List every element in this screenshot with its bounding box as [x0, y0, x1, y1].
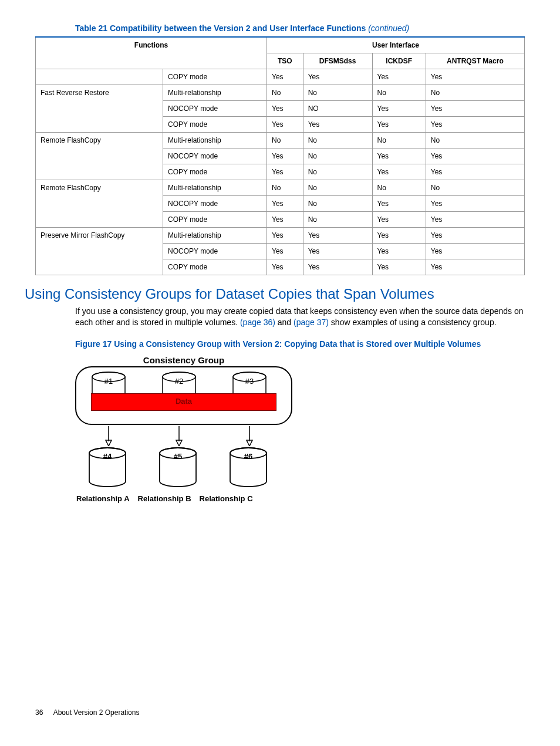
value-cell: No: [303, 196, 372, 212]
table-row: Fast Reverse RestoreMulti-relationshipNo…: [36, 85, 525, 101]
value-cell: Yes: [372, 164, 426, 180]
value-cell: No: [303, 180, 372, 196]
arrow-2: [175, 426, 183, 446]
page-number: 36: [35, 708, 52, 717]
value-cell: Yes: [267, 212, 303, 228]
value-cell: No: [303, 85, 372, 101]
value-cell: Yes: [372, 196, 426, 212]
arrow-1: [104, 426, 113, 446]
para-mid: and: [275, 318, 294, 327]
value-cell: Yes: [372, 117, 426, 133]
mode-cell: NOCOPY mode: [163, 196, 267, 212]
value-cell: Yes: [267, 69, 303, 85]
mode-cell: Multi-relationship: [163, 180, 267, 196]
value-cell: Yes: [426, 164, 524, 180]
value-cell: No: [303, 148, 372, 164]
source-label-1: #1: [91, 377, 126, 386]
value-cell: Yes: [426, 148, 524, 164]
value-cell: Yes: [303, 69, 372, 85]
value-cell: Yes: [267, 228, 303, 244]
value-cell: Yes: [426, 196, 524, 212]
th-user-interface: User Interface: [267, 37, 525, 53]
value-cell: Yes: [372, 244, 426, 259]
value-cell: Yes: [426, 244, 524, 259]
mode-cell: COPY mode: [163, 164, 267, 180]
table-caption: Table 21 Compatibility between the Versi…: [35, 23, 525, 33]
value-cell: Yes: [426, 101, 524, 117]
function-cell: Preserve Mirror FlashCopy: [36, 228, 163, 275]
value-cell: Yes: [303, 259, 372, 275]
value-cell: Yes: [372, 101, 426, 117]
table-caption-continued: (continued): [368, 23, 409, 33]
value-cell: No: [426, 85, 524, 101]
th-col-3: ANTRQST Macro: [426, 53, 524, 69]
arrow-3: [245, 426, 254, 446]
value-cell: No: [303, 164, 372, 180]
table-caption-text: Table 21 Compatibility between the Versi…: [75, 23, 366, 33]
relationship-a: Relationship A: [76, 494, 130, 503]
mode-cell: NOCOPY mode: [163, 244, 267, 259]
figure-caption: Figure 17 Using a Consistency Group with…: [35, 339, 525, 349]
value-cell: Yes: [303, 228, 372, 244]
value-cell: No: [426, 133, 524, 148]
value-cell: Yes: [303, 244, 372, 259]
mode-cell: Multi-relationship: [163, 133, 267, 148]
value-cell: No: [303, 212, 372, 228]
relationships-row: Relationship A Relationship B Relationsh…: [75, 494, 292, 503]
function-cell: Remote FlashCopy: [36, 180, 163, 228]
function-cell: Remote FlashCopy: [36, 133, 163, 180]
table-row: COPY modeYesYesYesYes: [36, 69, 525, 85]
th-col-1: DFSMSdss: [303, 53, 372, 69]
value-cell: Yes: [372, 148, 426, 164]
value-cell: Yes: [426, 69, 524, 85]
source-label-2: #2: [161, 377, 197, 386]
data-band: Data: [91, 393, 276, 411]
table-row: Remote FlashCopyMulti-relationshipNoNoNo…: [36, 180, 525, 196]
value-cell: Yes: [372, 69, 426, 85]
section-heading: Using Consistency Groups for Dataset Cop…: [25, 286, 525, 302]
value-cell: Yes: [303, 117, 372, 133]
mode-cell: NOCOPY mode: [163, 101, 267, 117]
value-cell: Yes: [426, 259, 524, 275]
table-row: Remote FlashCopyMulti-relationshipNoNoNo…: [36, 133, 525, 148]
target-cylinder-3: #6: [229, 447, 268, 488]
mode-cell: NOCOPY mode: [163, 148, 267, 164]
value-cell: Yes: [372, 259, 426, 275]
relationship-c: Relationship C: [200, 494, 253, 503]
compatibility-table: Functions User Interface TSO DFSMSdss IC…: [35, 36, 525, 275]
value-cell: Yes: [426, 212, 524, 228]
para-part2: show examples of using a consistency gro…: [329, 318, 497, 327]
diagram-title: Consistency Group: [75, 355, 292, 365]
function-cell: [36, 69, 163, 85]
consistency-group-diagram: Consistency Group #1 #2 #3 Data: [75, 355, 292, 503]
value-cell: Yes: [267, 244, 303, 259]
link-page-37[interactable]: (page 37): [294, 318, 329, 327]
mode-cell: COPY mode: [163, 259, 267, 275]
value-cell: Yes: [267, 148, 303, 164]
mode-cell: Multi-relationship: [163, 228, 267, 244]
mode-cell: COPY mode: [163, 117, 267, 133]
value-cell: NO: [303, 101, 372, 117]
value-cell: No: [267, 85, 303, 101]
target-cylinder-1: #4: [88, 447, 127, 488]
value-cell: Yes: [426, 117, 524, 133]
th-col-0: TSO: [267, 53, 303, 69]
value-cell: Yes: [372, 212, 426, 228]
relationship-b: Relationship B: [138, 494, 191, 503]
function-cell: Fast Reverse Restore: [36, 85, 163, 133]
value-cell: No: [372, 180, 426, 196]
value-cell: No: [372, 133, 426, 148]
footer-text: About Version 2 Operations: [53, 708, 140, 717]
mode-cell: COPY mode: [163, 212, 267, 228]
target-label-2: #5: [158, 452, 197, 461]
target-label-3: #6: [229, 452, 268, 461]
value-cell: Yes: [267, 196, 303, 212]
value-cell: Yes: [267, 101, 303, 117]
value-cell: Yes: [372, 228, 426, 244]
value-cell: Yes: [267, 259, 303, 275]
link-page-36[interactable]: (page 36): [240, 318, 275, 327]
source-label-3: #3: [232, 377, 267, 386]
th-col-2: ICKDSF: [372, 53, 426, 69]
th-functions: Functions: [36, 37, 267, 69]
section-paragraph: If you use a consistency group, you may …: [35, 306, 525, 328]
